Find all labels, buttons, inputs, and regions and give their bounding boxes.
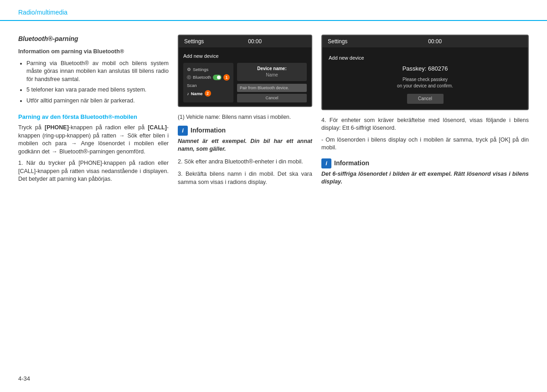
screen-left-panel: ⚙ Settings ⓒ Bluetooth 1 Scan bbox=[183, 63, 233, 102]
info-body-text-1: Namnet är ett exempel. Din bil har ett a… bbox=[178, 138, 312, 153]
screen-menu-settings: ⚙ Settings bbox=[187, 66, 230, 73]
list-item: Utför alltid parningen när bilen är park… bbox=[26, 97, 169, 105]
intro-label: Information om parning via Bluetooth® bbox=[18, 48, 169, 56]
screen2-topbar-left: Settings bbox=[328, 38, 347, 46]
screen-mockup-2: Settings 00:00 Add new device Passkey: 6… bbox=[321, 35, 529, 110]
badge-2: 2 bbox=[205, 90, 211, 97]
cancel-button: Cancel bbox=[237, 94, 307, 102]
screen-topbar-left: Settings bbox=[184, 38, 204, 46]
badge-1: 1 bbox=[223, 74, 230, 81]
dash-item: - Om lösenorden i bilens display och i m… bbox=[321, 136, 529, 152]
info-icon-1: i bbox=[178, 126, 188, 136]
info-box-2: i Information Det 6-siffriga lösenordet … bbox=[321, 158, 529, 186]
screen2-body: Add new device Passkey: 680276 Please ch… bbox=[322, 47, 528, 109]
list-item: 5 telefoner kan vara parade med bilens s… bbox=[26, 86, 169, 94]
numbered-item-2: 2. Sök efter andra Bluetooth®-enheter i … bbox=[178, 158, 312, 166]
bluetooth-toggle bbox=[213, 75, 222, 80]
screen-menu-bluetooth: ⓒ Bluetooth 1 bbox=[187, 73, 230, 81]
info-title-1: Information bbox=[191, 126, 226, 135]
info-body-2: Det 6-siffriga lösenordet i bilden är et… bbox=[321, 170, 529, 186]
page-number: 4-34 bbox=[18, 375, 30, 382]
screen-add-device-1: Add new device bbox=[183, 51, 307, 62]
main-content: Bluetooth®-parning Information om parnin… bbox=[0, 21, 547, 205]
screen2-topbar-center: 00:00 bbox=[428, 38, 442, 46]
numbered-item-3: 3. Bekräfta bilens namn i din mobil. Det… bbox=[178, 170, 312, 186]
numbered-item-1: 1. När du trycker på [PHONE]-knappen på … bbox=[18, 159, 169, 183]
screen-topbar-center: 00:00 bbox=[248, 38, 262, 46]
screen-topbar-2: Settings 00:00 bbox=[322, 36, 528, 48]
mid-column: Settings 00:00 Add new device ⚙ Settings… bbox=[178, 35, 312, 191]
screen-right-panel: Device name: Name Pair from Bluetooth de… bbox=[237, 63, 307, 102]
info-body-1: Namnet är ett exempel. Din bil har ett a… bbox=[178, 137, 312, 153]
screen-mockup-1: Settings 00:00 Add new device ⚙ Settings… bbox=[178, 35, 312, 107]
screen2-add-device: Add new device bbox=[329, 53, 521, 64]
info-body-text-2: Det 6-siffriga lösenordet i bilden är et… bbox=[321, 171, 529, 185]
screen-menu-scan: Scan bbox=[187, 81, 230, 89]
info-title-2: Information bbox=[334, 159, 369, 168]
screen-topbar-1: Settings 00:00 bbox=[179, 36, 311, 48]
info-header-2: i Information bbox=[321, 158, 529, 168]
screen2-passkey: Passkey: 680276 bbox=[329, 65, 521, 73]
screen-body-1: Add new device ⚙ Settings ⓒ Bluetooth 1 bbox=[179, 47, 311, 106]
screen1-caption: (1) Vehicle name: Bilens namn visas i mo… bbox=[178, 113, 312, 121]
screen2-check-text: Please check passkey on your device and … bbox=[329, 76, 521, 89]
screen-inner-1: ⚙ Settings ⓒ Bluetooth 1 Scan bbox=[183, 63, 307, 102]
page-title: Radio/multimedia bbox=[18, 9, 67, 16]
bullet-list: Parning via Bluetooth® av mobil och bile… bbox=[18, 60, 169, 105]
info-box-1: i Information Namnet är ett exempel. Din… bbox=[178, 126, 312, 153]
device-name-box: Device name: Name bbox=[237, 63, 307, 81]
page-header: Radio/multimedia bbox=[0, 0, 547, 21]
pair-button: Pair from Bluetooth device. bbox=[237, 84, 307, 92]
right-column: Settings 00:00 Add new device Passkey: 6… bbox=[321, 35, 529, 191]
info-icon-2: i bbox=[321, 158, 331, 168]
body-paragraph-1: Tryck på [PHONE]-knappen på radion eller… bbox=[18, 124, 169, 156]
section-title: Bluetooth®-parning bbox=[18, 35, 169, 44]
page-footer: 4-34 bbox=[18, 375, 30, 383]
list-item: Parning via Bluetooth® av mobil och bile… bbox=[26, 60, 169, 84]
numbered-item-4: 4. För enheter som kräver bekräftelse me… bbox=[321, 117, 529, 132]
screen2-cancel-button: Cancel bbox=[407, 94, 444, 104]
screen-menu-name: ♪ Name 2 bbox=[187, 89, 230, 97]
subsection-title: Parning av den första Bluetooth®-mobilen bbox=[18, 113, 169, 121]
left-column: Bluetooth®-parning Information om parnin… bbox=[18, 35, 169, 191]
info-header-1: i Information bbox=[178, 126, 312, 136]
